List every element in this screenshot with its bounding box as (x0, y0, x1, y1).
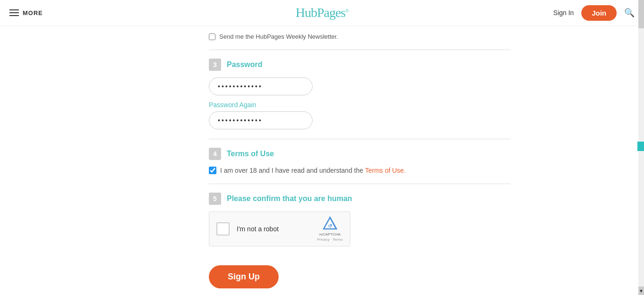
human-section: 5 Please confirm that you are human I'm … (209, 193, 511, 246)
recaptcha-widget[interactable]: I'm not a robot ↺ reCAPTCHA Privacy · Te… (209, 211, 350, 246)
recaptcha-checkbox[interactable] (216, 222, 230, 236)
terms-section: 4 Terms of Use I am over 18 and I have r… (209, 148, 511, 174)
human-section-title: Please confirm that you are human (227, 194, 352, 203)
terms-section-title: Terms of Use (227, 150, 274, 158)
password-again-label: Password Again (209, 101, 511, 109)
recaptcha-label: I'm not a robot (237, 225, 310, 233)
terms-row: I am over 18 and I have read and underst… (209, 167, 511, 174)
menu-icon[interactable] (9, 9, 19, 16)
section-divider-1 (209, 50, 511, 50)
password-section: 3 Password Password Again (209, 59, 511, 129)
terms-static-text: I am over 18 and I have read and underst… (220, 167, 365, 174)
scrollbar-marker (637, 142, 644, 151)
logo-reg: ® (345, 8, 348, 13)
scrollbar-track: ▼ (638, 0, 644, 295)
recaptcha-logo-area: ↺ reCAPTCHA Privacy · Terms (317, 216, 343, 242)
logo-text: HubPages (296, 5, 346, 20)
newsletter-label: Send me the HubPages Weekly Newsletter. (219, 33, 338, 40)
section-divider-2 (209, 139, 511, 139)
newsletter-checkbox[interactable] (209, 34, 215, 40)
newsletter-row: Send me the HubPages Weekly Newsletter. (209, 31, 511, 40)
section-divider-3 (209, 184, 511, 184)
password-section-number: 3 (209, 59, 221, 71)
password-input[interactable] (209, 77, 313, 95)
sign-up-button[interactable]: Sign Up (209, 265, 279, 288)
recaptcha-links: Privacy · Terms (317, 237, 343, 242)
human-section-number: 5 (209, 193, 221, 205)
password-section-title: Password (227, 60, 263, 69)
scrollbar-thumb[interactable] (638, 0, 644, 28)
terms-checkbox[interactable] (209, 167, 216, 174)
password-section-header: 3 Password (209, 59, 511, 71)
more-label[interactable]: MORE (23, 9, 43, 17)
recaptcha-logo-icon: ↺ (322, 216, 338, 231)
password-again-input[interactable] (209, 111, 313, 129)
sign-in-link[interactable]: Sign In (553, 9, 574, 17)
terms-section-number: 4 (209, 148, 221, 160)
terms-section-header: 4 Terms of Use (209, 148, 511, 160)
terms-of-use-link[interactable]: Terms of Use. (365, 167, 405, 174)
header-left: MORE (9, 9, 43, 17)
search-icon[interactable]: 🔍 (624, 8, 635, 18)
header: MORE HubPages® Sign In Join 🔍 (0, 0, 644, 26)
logo: HubPages® (296, 5, 348, 20)
main-content: Send me the HubPages Weekly Newsletter. … (119, 26, 525, 295)
svg-text:↺: ↺ (328, 223, 332, 228)
scrollbar-arrow-down[interactable]: ▼ (638, 287, 644, 295)
join-button[interactable]: Join (581, 5, 617, 21)
recaptcha-brand-text: reCAPTCHA (319, 232, 340, 237)
human-section-header: 5 Please confirm that you are human (209, 193, 511, 205)
header-right: Sign In Join 🔍 (553, 5, 635, 21)
terms-text: I am over 18 and I have read and underst… (220, 167, 406, 174)
